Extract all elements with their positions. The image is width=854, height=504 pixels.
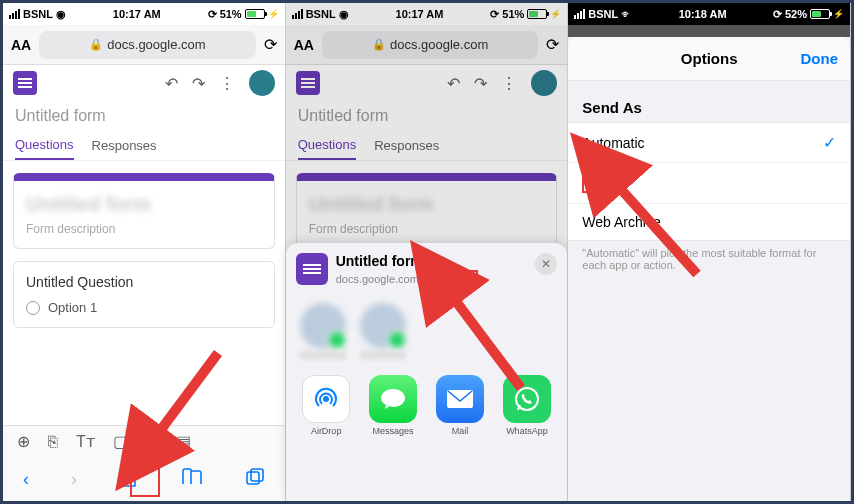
wifi-icon: ᯤ <box>621 8 632 20</box>
phone-3-options: BSNL ᯤ 10:18 AM ⟳ 52% ⚡ Options Done Sen… <box>568 3 851 501</box>
carrier-label: BSNL <box>23 8 53 20</box>
url-domain: docs.google.com <box>390 37 488 52</box>
apps-row: AirDrop Messages Mail WhatsApp <box>296 367 558 444</box>
forms-app-header: ↶ ↷ ⋮ <box>286 65 568 101</box>
redo-icon[interactable]: ↷ <box>474 74 487 93</box>
avatar[interactable] <box>531 70 557 96</box>
lock-icon: 🔒 <box>89 38 103 51</box>
app-label: AirDrop <box>311 426 342 436</box>
safari-url-bar: AA 🔒 docs.google.com ⟳ <box>286 25 568 65</box>
app-airdrop[interactable]: AirDrop <box>300 375 353 436</box>
svg-rect-1 <box>251 469 263 481</box>
forward-button[interactable]: › <box>71 469 77 490</box>
form-title[interactable]: Untitled form <box>286 101 568 131</box>
image-tool-icon[interactable]: ▢ <box>113 432 128 451</box>
carrier-label: BSNL <box>588 8 618 20</box>
avatar[interactable] <box>249 70 275 96</box>
phone-2-share-sheet: BSNL ◉ 10:17 AM ⟳ 51% ⚡ AA 🔒 docs.google… <box>286 3 569 501</box>
share-button[interactable] <box>119 466 139 493</box>
undo-icon[interactable]: ↶ <box>447 74 460 93</box>
url-field[interactable]: 🔒 docs.google.com <box>39 31 255 59</box>
app-label: Messages <box>373 426 414 436</box>
tabs: Questions Responses <box>3 131 285 161</box>
charging-icon: ⚡ <box>833 9 844 19</box>
more-icon[interactable]: ⋮ <box>501 74 517 93</box>
redo-icon[interactable]: ↷ <box>192 74 205 93</box>
option-row[interactable]: Option 1 <box>26 300 262 315</box>
app-mail[interactable]: Mail <box>434 375 487 436</box>
safari-toolbar: ‹ › <box>3 457 285 501</box>
contact-item[interactable] <box>360 303 406 359</box>
forms-logo-icon <box>296 71 320 95</box>
charging-icon: ⚡ <box>268 9 279 19</box>
add-question-icon[interactable]: ⊕ <box>17 432 30 451</box>
status-time: 10:17 AM <box>113 8 161 20</box>
svg-point-4 <box>323 396 329 402</box>
text-tool-icon[interactable]: Tᴛ <box>76 432 95 451</box>
done-button[interactable]: Done <box>801 50 839 67</box>
reload-button[interactable]: ⟳ <box>264 35 277 54</box>
text-size-button[interactable]: AA <box>294 37 314 53</box>
form-title-blurred: Untitled form <box>26 193 262 216</box>
app-messages[interactable]: Messages <box>367 375 420 436</box>
title-card[interactable]: Untitled form Form description <box>13 173 275 249</box>
send-as-label: Send As <box>568 81 850 122</box>
loading-icon: ⟳ <box>773 8 782 21</box>
battery-percent: 52% <box>785 8 807 20</box>
contact-item[interactable] <box>300 303 346 359</box>
video-tool-icon[interactable]: ▶ <box>146 432 158 451</box>
status-bar: BSNL ◉ 10:17 AM ⟳ 51% ⚡ <box>3 3 285 25</box>
share-options-link[interactable]: Options › <box>423 270 478 288</box>
status-bar: BSNL ◉ 10:17 AM ⟳ 51% ⚡ <box>286 3 568 25</box>
text-size-button[interactable]: AA <box>11 37 31 53</box>
tab-responses[interactable]: Responses <box>374 131 439 160</box>
tabs-button[interactable] <box>245 467 265 492</box>
wifi-icon: ◉ <box>339 8 349 21</box>
share-sheet: Untitled form docs.google.com Options › … <box>286 243 568 501</box>
tab-questions[interactable]: Questions <box>298 131 357 160</box>
modal-backdrop <box>568 25 850 37</box>
more-icon[interactable]: ⋮ <box>219 74 235 93</box>
question-title[interactable]: Untitled Question <box>26 274 262 290</box>
checkmark-icon: ✓ <box>823 133 836 152</box>
undo-icon[interactable]: ↶ <box>165 74 178 93</box>
whatsapp-icon <box>503 375 551 423</box>
options-header: Options Done <box>568 37 850 81</box>
close-share-button[interactable]: ✕ <box>535 253 557 275</box>
url-field[interactable]: 🔒 docs.google.com <box>322 31 538 59</box>
back-button[interactable]: ‹ <box>23 469 29 490</box>
form-description[interactable]: Form description <box>309 222 545 236</box>
send-as-list: Automatic ✓ PDF Web Archive <box>568 122 850 241</box>
carrier-label: BSNL <box>306 8 336 20</box>
tab-questions[interactable]: Questions <box>15 131 74 160</box>
svg-rect-0 <box>247 472 259 484</box>
section-tool-icon[interactable]: ▤ <box>176 432 191 451</box>
contacts-row <box>296 295 558 367</box>
bookmarks-button[interactable] <box>181 468 203 491</box>
wifi-icon: ◉ <box>56 8 66 21</box>
url-domain: docs.google.com <box>107 37 205 52</box>
options-title: Options <box>681 50 738 67</box>
loading-icon: ⟳ <box>490 8 499 21</box>
tab-responses[interactable]: Responses <box>92 131 157 160</box>
reload-button[interactable]: ⟳ <box>546 35 559 54</box>
forms-toolbar: ⊕ ⎘ Tᴛ ▢ ▶ ▤ ‹ › <box>3 425 285 501</box>
mail-icon <box>436 375 484 423</box>
option-automatic[interactable]: Automatic ✓ <box>568 123 850 163</box>
question-card[interactable]: Untitled Question Option 1 <box>13 261 275 328</box>
signal-icon <box>9 9 20 19</box>
option-pdf[interactable]: PDF <box>568 163 850 204</box>
battery-icon <box>527 9 547 19</box>
status-time: 10:17 AM <box>396 8 444 20</box>
import-icon[interactable]: ⎘ <box>48 433 58 451</box>
option-web-archive[interactable]: Web Archive <box>568 204 850 240</box>
battery-percent: 51% <box>220 8 242 20</box>
title-card[interactable]: Untitled form Form description <box>296 173 558 249</box>
form-title[interactable]: Untitled form <box>3 101 285 131</box>
charging-icon: ⚡ <box>550 9 561 19</box>
loading-icon: ⟳ <box>208 8 217 21</box>
app-whatsapp[interactable]: WhatsApp <box>500 375 553 436</box>
form-description[interactable]: Form description <box>26 222 262 236</box>
status-time: 10:18 AM <box>679 8 727 20</box>
app-label: WhatsApp <box>506 426 548 436</box>
